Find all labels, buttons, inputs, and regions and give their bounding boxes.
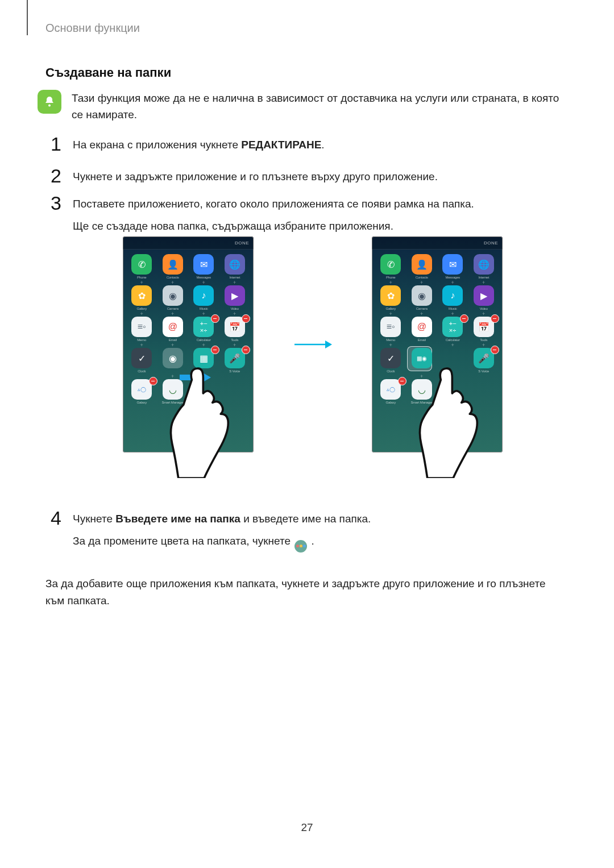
remove-badge	[398, 377, 406, 385]
illustration-row: DONE ✆Phone 👤Contacts ✉Messages 🌐Interne…	[108, 236, 517, 498]
music-icon: ♪	[193, 285, 214, 306]
phone-left: DONE ✆Phone 👤Contacts ✉Messages 🌐Interne…	[123, 236, 254, 452]
svg-rect-1	[180, 375, 200, 380]
app-label: Music	[449, 307, 457, 311]
app-label: Internet	[229, 276, 240, 280]
dragged-app-icon: ◉	[163, 348, 183, 368]
note-row: Тази функция може да не е налична в зави…	[38, 90, 561, 123]
app-label: Contacts	[416, 276, 428, 280]
page: Основни функции Създаване на папки Тази …	[0, 0, 614, 868]
app-label: Smart Manager	[410, 401, 433, 405]
step-1: 1 На екрана с приложения чукнете РЕДАКТИ…	[45, 135, 563, 153]
app-label: Galaxy	[386, 401, 396, 405]
app-label: Email	[169, 338, 177, 342]
step4-pre: Чукнете	[73, 513, 115, 525]
app-label: Memo	[386, 338, 395, 342]
step-3: 3 Поставете приложението, когато около п…	[45, 194, 563, 235]
folder-target-icon: ▦◉	[412, 348, 432, 368]
clock-icon: ✓	[380, 348, 401, 368]
app-label: Phone	[386, 276, 395, 280]
email-icon: @	[163, 317, 183, 337]
note-text: Тази функция може да не е налична в зави…	[72, 90, 561, 123]
phone-icon: ✆	[131, 254, 152, 275]
app-label: Internet	[478, 276, 489, 280]
email-icon: @	[412, 317, 432, 337]
phone-top-bar: DONE	[372, 236, 503, 250]
remove-badge	[149, 377, 157, 385]
page-dots	[123, 446, 254, 449]
note-bell-icon	[38, 90, 61, 114]
smart-manager-icon: ◡	[412, 379, 432, 400]
app-label: Messages	[445, 276, 460, 280]
memo-icon: ≡◦	[131, 317, 152, 337]
remove-badge	[242, 314, 250, 323]
remove-badge	[491, 314, 499, 323]
app-label: Calculator	[446, 338, 460, 342]
remove-badge	[460, 314, 468, 323]
step-text: На екрана с приложения чукнете РЕДАКТИРА…	[73, 135, 325, 153]
app-label: Gallery	[385, 307, 396, 311]
arrow-right-icon	[293, 339, 332, 350]
gallery-icon: ✿	[380, 285, 401, 306]
step1-bold: РЕДАКТИРАНЕ	[241, 139, 321, 151]
step3-line1: Поставете приложението, когато около при…	[73, 196, 474, 212]
step1-post: .	[321, 139, 324, 151]
music-icon: ♪	[442, 285, 463, 306]
app-label: Camera	[416, 307, 428, 311]
app-label: Tools	[231, 338, 238, 342]
remove-badge	[211, 346, 219, 354]
step4-line2a: За да промените цвета на папката, чукнет…	[73, 535, 293, 547]
step-text: Чукнете и задръжте приложение и го плъзн…	[73, 167, 438, 185]
app-label: Calculator	[197, 338, 211, 342]
remove-badge	[491, 346, 499, 354]
app-label: Clock	[138, 369, 146, 373]
gallery-icon: ✿	[131, 285, 152, 306]
app-label: Contacts	[167, 276, 179, 280]
phone-top-bar: DONE	[123, 236, 254, 250]
clock-icon: ✓	[131, 348, 152, 368]
step-2: 2 Чукнете и задръжте приложение и го плъ…	[45, 167, 563, 185]
svg-marker-2	[200, 371, 211, 384]
page-dots	[372, 446, 503, 449]
drag-arrow-icon	[180, 370, 211, 385]
step-number: 2	[45, 167, 61, 185]
contacts-icon: 👤	[412, 254, 432, 275]
section-heading: Създаване на папки	[45, 65, 171, 80]
app-label: Video	[231, 307, 239, 311]
phone-icon: ✆	[380, 254, 401, 275]
internet-icon: 🌐	[474, 254, 494, 275]
camera-icon: ◉	[412, 285, 432, 306]
header-rule	[27, 0, 28, 35]
messages-icon: ✉	[193, 254, 214, 275]
app-label: S Voice	[478, 369, 489, 373]
step-number: 4	[45, 509, 61, 527]
app-label: Music	[200, 307, 208, 311]
step-4: 4 Чукнете Въведете име на папка и въведе…	[45, 509, 563, 553]
phone-right-wrap: DONE ✆Phone 👤Contacts ✉Messages 🌐Interne…	[372, 236, 503, 492]
bottom-paragraph: За да добавите още приложения към папкат…	[45, 575, 563, 610]
palette-icon	[294, 540, 307, 553]
app-label: Galaxy	[137, 401, 147, 405]
step1-pre: На екрана с приложения чукнете	[73, 139, 241, 151]
app-label: Smart Manager	[161, 401, 184, 405]
svg-marker-4	[325, 340, 332, 348]
messages-icon: ✉	[442, 254, 463, 275]
app-label: Messages	[196, 276, 211, 280]
svg-point-0	[48, 105, 51, 107]
app-label: Tools	[480, 338, 487, 342]
contacts-icon: 👤	[163, 254, 183, 275]
empty-slot	[442, 348, 463, 368]
breadcrumb: Основни функции	[45, 22, 140, 35]
app-label: Video	[480, 307, 488, 311]
video-icon: ▶	[225, 285, 245, 306]
page-number: 27	[0, 821, 614, 834]
app-label: S Voice	[229, 369, 240, 373]
memo-icon: ≡◦	[380, 317, 401, 337]
step4-post: и въведете име на папка.	[240, 513, 371, 525]
app-label: Clock	[387, 369, 395, 373]
app-label: Gallery	[136, 307, 147, 311]
step4-line2b: .	[312, 535, 314, 547]
video-icon: ▶	[474, 285, 494, 306]
app-label: Memo	[137, 338, 146, 342]
app-grid: ✆Phone 👤Contacts ✉Messages 🌐Internet +✿G…	[372, 250, 503, 405]
